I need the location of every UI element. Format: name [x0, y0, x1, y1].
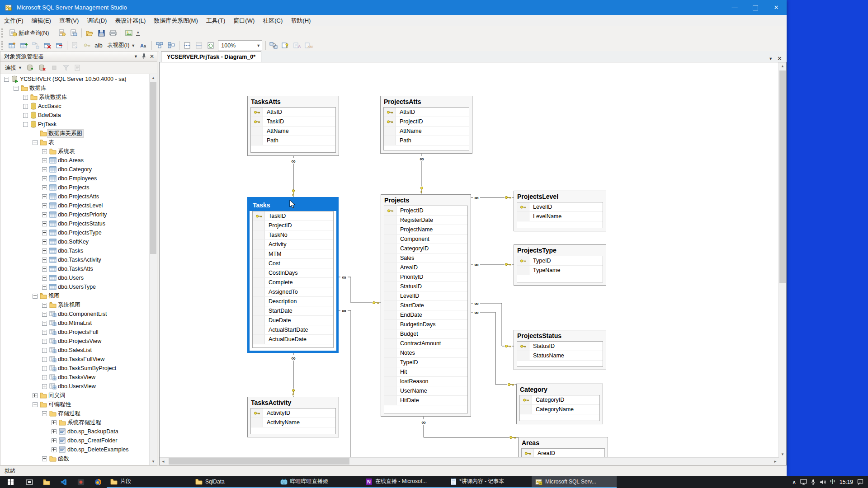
tree-item[interactable]: dbo.UsersView — [0, 382, 150, 391]
tray-chevron-icon[interactable]: ∧ — [792, 479, 796, 485]
tree-item[interactable]: dbo.ProjectsType — [0, 228, 150, 237]
tree-item[interactable]: dbo.TasksFullView — [0, 355, 150, 364]
taskbar-app-4[interactable]: N在线直播 - Microsof... — [362, 476, 447, 488]
table-column-row[interactable]: TypeName — [517, 266, 603, 275]
tree-item[interactable]: 系统存储过程 — [0, 418, 150, 427]
table-column-row[interactable]: ContractAmount — [384, 339, 467, 348]
collapse-icon[interactable] — [33, 294, 38, 299]
relationships-button[interactable]: ∞ — [268, 40, 279, 51]
table-column-row[interactable]: LevelID — [384, 291, 467, 301]
panel-menu-icon[interactable]: ▼ — [134, 54, 138, 59]
expand-icon[interactable] — [42, 185, 47, 190]
expand-icon[interactable] — [42, 149, 47, 154]
expand-icon[interactable] — [42, 267, 47, 272]
table-column-row[interactable]: CategoryID — [520, 395, 599, 405]
tree-item[interactable]: dbo.SoftKey — [0, 237, 150, 246]
table-column-row[interactable]: CategoryID — [384, 244, 467, 253]
expand-icon[interactable] — [42, 348, 47, 353]
menu-item-6[interactable]: 数据库关系图(M) — [150, 15, 202, 26]
scroll-up-arrow[interactable]: ▲ — [779, 62, 786, 70]
table-column-row[interactable]: Complete — [253, 278, 333, 287]
taskbar-app-2[interactable]: SqlData — [192, 476, 277, 488]
table-column-row[interactable]: LevelID — [517, 202, 603, 212]
toolbar-options-button[interactable]: ▾ — [135, 28, 141, 38]
tree-item[interactable]: 表 — [0, 138, 150, 147]
diagram-table-ProjectsAtts[interactable]: ProjectsAttsAttsIDProjectIDAttNamePath — [380, 96, 472, 154]
tree-item[interactable]: dbo.Tasks — [0, 246, 150, 255]
recalculate-page-breaks-button[interactable] — [205, 40, 216, 51]
expand-icon[interactable] — [42, 456, 47, 461]
expand-icon[interactable] — [42, 285, 47, 290]
export-diagram-button[interactable] — [123, 28, 134, 38]
table-column-row[interactable]: StartDate — [253, 306, 333, 316]
diagram-table-ProjectsStatus[interactable]: ProjectsStatusStatusIDStatusName — [514, 330, 606, 370]
manage-keys-button[interactable] — [280, 40, 291, 51]
menu-item-10[interactable]: 帮助(H) — [287, 15, 315, 26]
expand-icon[interactable] — [52, 447, 57, 452]
expand-icon[interactable] — [42, 194, 47, 199]
table-column-row[interactable]: Activity — [253, 240, 333, 249]
volume-icon[interactable] — [820, 479, 826, 485]
menu-item-3[interactable]: 查看(V) — [55, 15, 83, 26]
tree-item[interactable]: dbo.sp_BackupData — [0, 427, 150, 436]
microphone-icon[interactable] — [811, 479, 816, 485]
expand-icon[interactable] — [42, 167, 47, 172]
save-button[interactable] — [96, 28, 107, 38]
table-column-row[interactable]: StatusID — [384, 282, 467, 291]
table-column-row[interactable]: Cost — [253, 259, 333, 268]
tree-item[interactable]: dbo.ComponentList — [0, 310, 150, 319]
tree-item[interactable]: dbo.TaskSumByProject — [0, 364, 150, 373]
tree-item[interactable]: dbo.UsersType — [0, 282, 150, 291]
delete-table-from-db-button[interactable] — [42, 40, 53, 51]
add-table-button[interactable] — [19, 40, 29, 51]
tree-item[interactable]: dbo.ProjectsFull — [0, 328, 150, 337]
connect-dropdown[interactable]: 连接▼ — [2, 63, 25, 73]
maximize-button[interactable] — [745, 0, 766, 15]
clock[interactable]: 15:19 — [840, 479, 853, 485]
expand-icon[interactable] — [42, 303, 47, 308]
pin-icon[interactable] — [141, 53, 146, 60]
taskbar-app-5[interactable]: *讲课内容 - 记事本 — [447, 476, 532, 488]
expand-icon[interactable] — [42, 312, 47, 317]
tree-item[interactable]: 数据库关系图 — [0, 129, 150, 138]
table-column-row[interactable]: Component — [384, 235, 467, 244]
table-column-row[interactable]: StartDate — [384, 301, 467, 310]
vscode-button[interactable] — [55, 476, 72, 488]
table-column-row[interactable]: StatusID — [517, 342, 603, 351]
app-button[interactable] — [72, 476, 90, 488]
script-wizard-button[interactable] — [72, 62, 83, 73]
tree-item[interactable]: 视图 — [0, 291, 150, 300]
page-break-button[interactable] — [182, 40, 193, 51]
database-engine-query-button[interactable] — [57, 28, 67, 38]
diagram-table-Areas[interactable]: AreasAreaID — [518, 437, 608, 458]
table-column-row[interactable]: AttsID — [251, 108, 335, 117]
tree-item[interactable]: dbo.ProjectsPriority — [0, 210, 150, 219]
expand-icon[interactable] — [33, 393, 38, 398]
expand-icon[interactable] — [42, 258, 47, 263]
tree-item[interactable]: 同义词 — [0, 391, 150, 400]
tree-item[interactable]: dbo.SalesList — [0, 346, 150, 355]
tree-item[interactable]: 函数 — [0, 454, 150, 463]
stop-button[interactable] — [49, 62, 60, 73]
scroll-right-arrow[interactable]: ► — [772, 458, 779, 465]
table-column-row[interactable]: lostReason — [384, 377, 467, 386]
expand-icon[interactable] — [52, 438, 57, 443]
table-column-row[interactable]: AreaID — [522, 449, 604, 458]
scroll-thumb[interactable] — [150, 82, 156, 254]
highlight-button[interactable]: Aa — [138, 40, 149, 51]
table-column-row[interactable]: Description — [253, 297, 333, 306]
file-explorer-button[interactable] — [38, 476, 55, 488]
close-document-icon[interactable]: ✕ — [777, 55, 782, 62]
expand-icon[interactable] — [42, 158, 47, 163]
table-column-row[interactable]: ProjectID — [384, 206, 467, 216]
table-column-row[interactable]: DueDate — [253, 316, 333, 325]
expand-icon[interactable] — [42, 230, 47, 235]
open-file-button[interactable] — [84, 28, 95, 38]
table-column-row[interactable]: UserName — [384, 386, 467, 396]
table-column-row[interactable]: ProjectID — [253, 221, 333, 230]
table-column-row[interactable]: AttsID — [384, 108, 469, 117]
tree-item[interactable]: dbo.MtmaList — [0, 319, 150, 328]
scroll-left-arrow[interactable]: ◄ — [160, 458, 167, 465]
panel-close-icon[interactable]: ✕ — [150, 53, 154, 60]
table-column-row[interactable]: Notes — [384, 348, 467, 358]
